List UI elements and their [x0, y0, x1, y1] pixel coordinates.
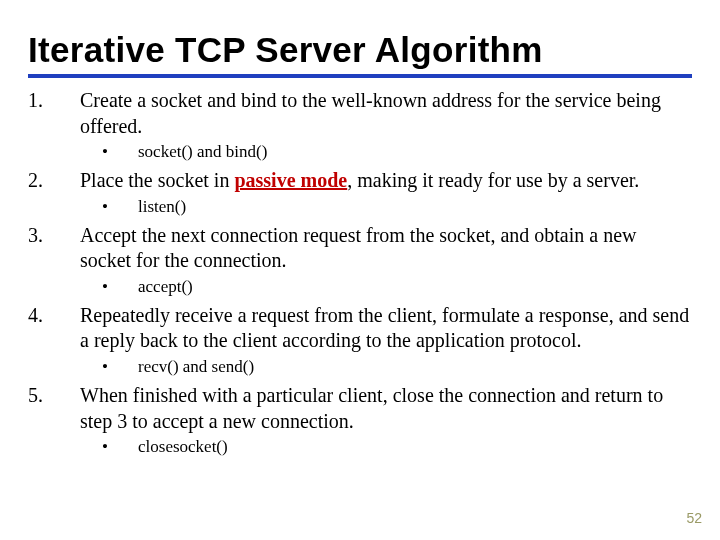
item-text-a: Place the socket in [80, 169, 234, 191]
bullet-icon: • [102, 196, 108, 219]
item-number: 4. [28, 303, 68, 329]
item-number: 5. [28, 383, 68, 409]
sub-text: accept() [138, 277, 193, 296]
sub-item: • listen() [28, 196, 692, 219]
list-item: 1. Create a socket and bind to the well-… [28, 88, 692, 139]
bullet-icon: • [102, 356, 108, 379]
sub-item: • recv() and send() [28, 356, 692, 379]
title-underline [28, 74, 692, 78]
sub-text: recv() and send() [138, 357, 254, 376]
item-text: When finished with a particular client, … [80, 384, 663, 432]
bullet-icon: • [102, 436, 108, 459]
sub-item: • closesocket() [28, 436, 692, 459]
highlight-text: passive mode [234, 169, 347, 191]
sub-text: socket() and bind() [138, 142, 267, 161]
item-text: Create a socket and bind to the well-kno… [80, 89, 661, 137]
bullet-icon: • [102, 276, 108, 299]
bullet-icon: • [102, 141, 108, 164]
item-text: Repeatedly receive a request from the cl… [80, 304, 689, 352]
item-number: 2. [28, 168, 68, 194]
item-number: 1. [28, 88, 68, 114]
sub-item: • socket() and bind() [28, 141, 692, 164]
list-item: 4. Repeatedly receive a request from the… [28, 303, 692, 354]
item-text-b: , making it ready for use by a server. [347, 169, 639, 191]
sub-item: • accept() [28, 276, 692, 299]
page-number: 52 [686, 510, 702, 526]
item-number: 3. [28, 223, 68, 249]
sub-text: closesocket() [138, 437, 228, 456]
list-item: 2. Place the socket in passive mode, mak… [28, 168, 692, 194]
item-text: Accept the next connection request from … [80, 224, 636, 272]
list-item: 5. When finished with a particular clien… [28, 383, 692, 434]
slide-body: 1. Create a socket and bind to the well-… [28, 88, 692, 459]
slide: Iterative TCP Server Algorithm 1. Create… [0, 0, 720, 540]
list-item: 3. Accept the next connection request fr… [28, 223, 692, 274]
slide-title: Iterative TCP Server Algorithm [28, 30, 692, 70]
sub-text: listen() [138, 197, 186, 216]
